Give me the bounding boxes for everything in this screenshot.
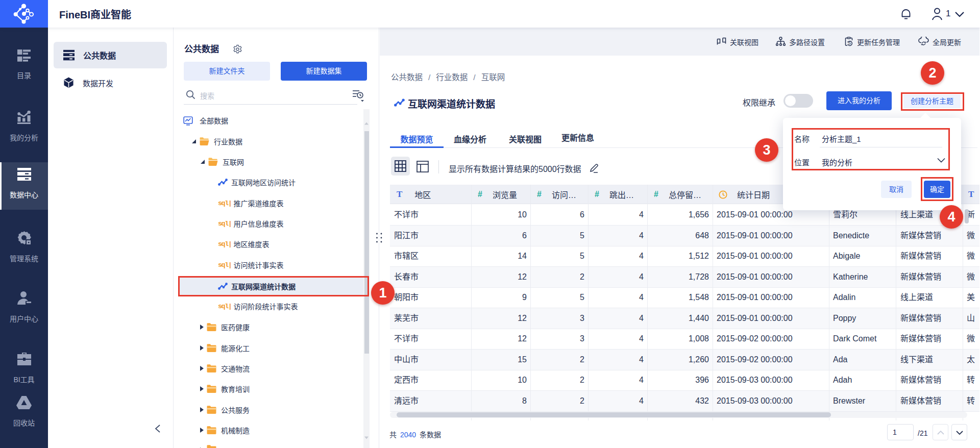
svg-text:5: 5 [848,40,851,45]
